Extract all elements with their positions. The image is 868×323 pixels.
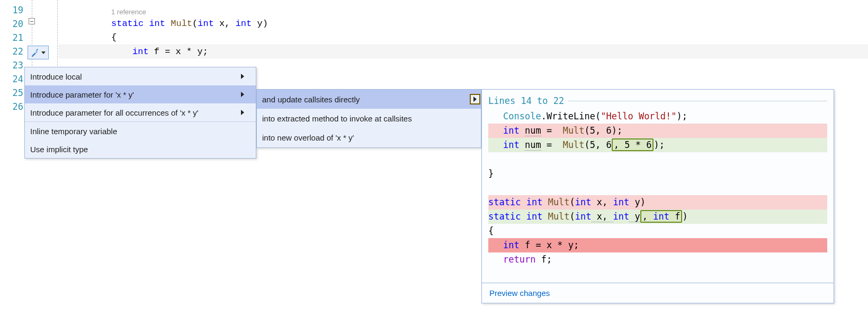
line-number: 25 [0,86,23,100]
menu-item-label: and update callsites directly [262,95,360,104]
diff-inline-highlight: , 5 * 6 [612,138,654,151]
diff-line-removed: int num = Mult(5, 6); [488,124,827,138]
svg-rect-0 [36,49,38,51]
menu-item-introduce-parameter-all[interactable]: Introduce parameter for all occurrences … [25,103,256,121]
preview-range-label: Lines 14 to 22 [488,94,564,108]
line-number: 19 [0,3,23,17]
quick-actions-button[interactable] [28,46,49,59]
preview-header: Lines 14 to 22 [488,94,827,108]
menu-item-inline-temporary[interactable]: Inline temporary variable [25,122,256,140]
preview-diff: Lines 14 to 22 Console.WriteLine("Hello … [482,90,834,283]
line-number: 20 [0,17,23,31]
preview-changes-panel: Lines 14 to 22 Console.WriteLine("Hello … [481,89,834,303]
diff-inline-highlight: , int f [640,210,683,223]
line-number: 23 [0,58,23,72]
menu-item-label: Introduce local [30,72,82,81]
line-number-gutter: 19 20 21 22 23 24 25 26 [0,0,26,114]
code-line[interactable]: { [58,31,868,45]
diff-line: } [488,167,827,181]
codelens-references[interactable]: 1 reference [58,3,868,17]
diff-line-added: static int Mult(int x, int y, int f) [488,209,827,224]
menu-item-label: Introduce parameter for all occurrences … [30,108,199,117]
fold-toggle-icon[interactable] [29,18,35,24]
menu-item-introduce-local[interactable]: Introduce local [25,67,256,85]
menu-item-use-implicit-type[interactable]: Use implicit type [25,140,256,158]
code-line-current[interactable]: int f = x * y; [58,45,868,58]
menu-item-label: Use implicit type [30,145,88,154]
screwdriver-icon [31,48,39,57]
diff-line-removed: static int Mult(int x, int y) [488,195,827,209]
diff-line-removed: int f = x * y; [488,238,827,252]
quick-actions-submenu: and update callsites directly into extra… [256,89,481,148]
submenu-item-extracted-method[interactable]: into extracted method to invoke at calls… [257,109,481,128]
diff-line: { [488,224,827,238]
submenu-item-new-overload[interactable]: into new overload of 'x * y' [257,128,481,147]
diff-line-added: int num = Mult(5, 6, 5 * 6); [488,138,827,152]
quick-actions-menu: Introduce local Introduce parameter for … [24,67,256,159]
menu-item-label: into new overload of 'x * y' [262,133,354,142]
line-number: 26 [0,100,23,114]
menu-item-label: Inline temporary variable [30,127,117,136]
diff-line [488,152,827,167]
submenu-arrow-icon [241,110,244,115]
preview-changes-link[interactable]: Preview changes [482,283,834,303]
diff-line: Console.WriteLine("Hello World!"); [488,109,827,124]
preview-flyout-arrow-icon [470,94,480,104]
diff-line: return f; [488,252,827,267]
menu-item-introduce-parameter[interactable]: Introduce parameter for 'x * y' [25,85,256,103]
submenu-arrow-icon [241,92,244,97]
line-number: 24 [0,72,23,86]
diff-line [488,181,827,195]
submenu-arrow-icon [241,74,244,79]
submenu-item-update-callsites[interactable]: and update callsites directly [257,90,481,109]
code-line[interactable]: static int Mult(int x, int y) [58,17,868,31]
menu-item-label: Introduce parameter for 'x * y' [30,90,134,99]
chevron-down-icon [41,51,46,54]
menu-item-label: into extracted method to invoke at calls… [262,114,412,123]
line-number: 22 [0,45,23,58]
line-number: 21 [0,31,23,45]
header-rule [568,101,827,101]
